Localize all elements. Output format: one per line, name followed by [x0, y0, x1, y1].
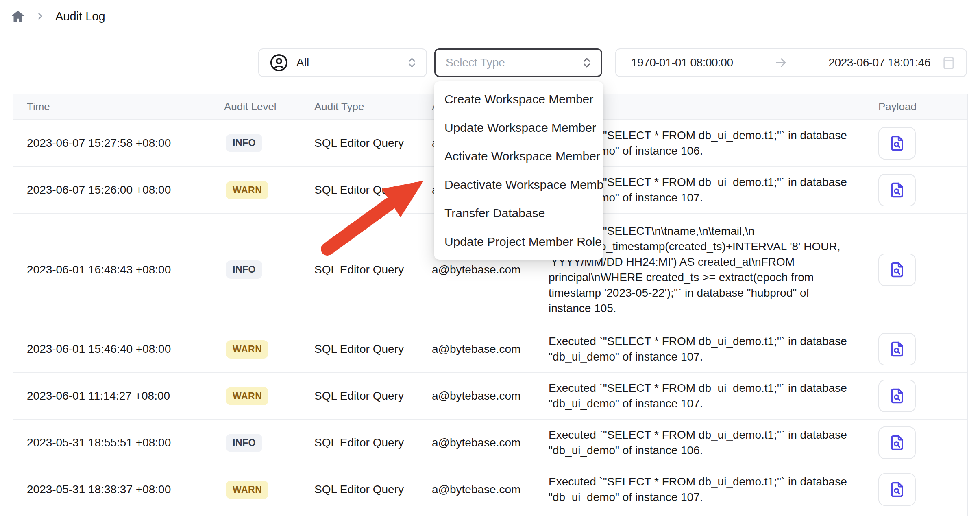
file-search-icon [888, 134, 906, 152]
payload-view-button[interactable] [878, 473, 916, 506]
comment-cell: Executed `"SELECT * FROM db_ui_demo.t1;"… [549, 427, 858, 458]
payload-view-button[interactable] [878, 426, 916, 459]
actor-filter-value: All [296, 56, 309, 69]
arrow-right-icon [774, 56, 787, 69]
actor-cell: a@bytebase.com [432, 389, 549, 402]
type-filter-placeholder: Select Type [446, 56, 505, 69]
breadcrumb-chevron-icon [35, 11, 46, 22]
audit-type-cell: SQL Editor Query [314, 263, 432, 276]
time-cell: 2023-05-31 18:38:37 +08:00 [27, 483, 224, 496]
comment-cell: Executed `"SELECT * FROM db_ui_demo.t1;"… [549, 380, 858, 411]
chevrons-up-down-icon [581, 57, 593, 69]
time-cell: 2023-06-01 16:48:43 +08:00 [27, 263, 224, 276]
audit-type-cell: SQL Editor Query [314, 389, 432, 402]
col-header-audit-type: Audit Type [314, 101, 432, 113]
audit-level-badge: WARN [226, 481, 268, 499]
payload-view-button[interactable] [878, 333, 916, 365]
home-icon[interactable] [11, 9, 25, 24]
payload-view-button[interactable] [878, 127, 916, 160]
payload-view-button[interactable] [878, 174, 916, 206]
audit-level-badge: WARN [226, 181, 268, 199]
actor-cell: a@bytebase.com [432, 343, 549, 356]
comment-cell: Executed `"SELECT * FROM db_ui_demo.t1;"… [549, 334, 858, 365]
audit-type-cell: SQL Editor Query [314, 137, 432, 150]
time-cell: 2023-06-01 11:14:27 +08:00 [27, 389, 224, 402]
menu-item-transfer-database[interactable]: Transfer Database [434, 199, 603, 227]
page-title: Audit Log [55, 10, 105, 23]
col-header-time: Time [27, 101, 224, 113]
date-range-end: 2023-06-07 18:01:46 [829, 56, 931, 69]
time-cell: 2023-06-07 15:26:00 +08:00 [27, 184, 224, 197]
table-row: 2023-06-01 11:14:27 +08:00 WARN SQL Edit… [13, 373, 967, 420]
audit-level-badge: WARN [226, 340, 268, 359]
audit-level-badge: INFO [226, 134, 262, 152]
comment-cell: Executed `"SELECT * FROM db_ui_demo.t1;"… [549, 474, 858, 505]
audit-type-cell: SQL Editor Query [314, 436, 432, 449]
table-row: 2023-05-31 18:38:37 +08:00 WARN SQL Edit… [13, 466, 967, 513]
menu-item-deactivate-workspace-member[interactable]: Deactivate Workspace Member [434, 171, 603, 199]
menu-item-update-project-member-role[interactable]: Update Project Member Role [434, 227, 603, 256]
col-header-audit-level: Audit Level [224, 101, 314, 113]
file-search-icon [888, 181, 906, 199]
file-search-icon [888, 434, 906, 452]
audit-type-cell: SQL Editor Query [314, 184, 432, 197]
actor-cell: a@bytebase.com [432, 436, 549, 449]
audit-level-badge: WARN [226, 387, 268, 405]
table-row-partial [13, 513, 967, 516]
user-circle-icon [270, 53, 288, 72]
file-search-icon [888, 340, 906, 358]
audit-level-badge: INFO [226, 260, 262, 279]
table-row: 2023-06-01 15:46:40 +08:00 WARN SQL Edit… [13, 326, 967, 373]
file-search-icon [888, 261, 906, 279]
menu-item-create-workspace-member[interactable]: Create Workspace Member [434, 85, 603, 114]
col-header-payload: Payload [858, 101, 967, 113]
table-row: 2023-05-31 18:55:51 +08:00 INFO SQL Edit… [13, 420, 967, 466]
audit-level-badge: INFO [226, 434, 262, 452]
date-range-start: 1970-01-01 08:00:00 [631, 56, 733, 69]
payload-view-button[interactable] [878, 380, 916, 412]
type-dropdown-menu: Create Workspace Member Update Workspace… [434, 81, 603, 260]
date-range-picker[interactable]: 1970-01-01 08:00:00 2023-06-07 18:01:46 [615, 48, 967, 77]
time-cell: 2023-06-07 15:27:58 +08:00 [27, 137, 224, 150]
audit-type-cell: SQL Editor Query [314, 343, 432, 356]
payload-view-button[interactable] [878, 254, 916, 286]
audit-type-cell: SQL Editor Query [314, 483, 432, 496]
file-search-icon [888, 387, 906, 405]
actor-filter-select[interactable]: All [258, 48, 427, 77]
actor-cell: a@bytebase.com [432, 483, 549, 496]
type-filter-select[interactable]: Select Type [434, 48, 602, 77]
actor-cell: a@bytebase.com [432, 263, 549, 276]
calendar-icon [941, 55, 956, 70]
file-search-icon [888, 481, 906, 499]
chevrons-up-down-icon [406, 57, 418, 69]
breadcrumb: Audit Log [11, 9, 105, 24]
menu-item-activate-workspace-member[interactable]: Activate Workspace Member [434, 142, 603, 171]
time-cell: 2023-05-31 18:55:51 +08:00 [27, 436, 224, 449]
menu-item-update-workspace-member[interactable]: Update Workspace Member [434, 114, 603, 142]
time-cell: 2023-06-01 15:46:40 +08:00 [27, 343, 224, 356]
